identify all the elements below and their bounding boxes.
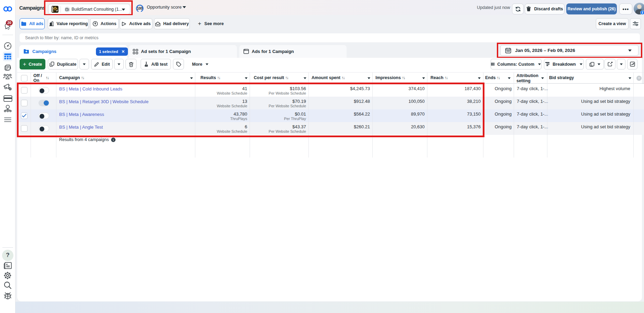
svg-text:100: 100 [137, 7, 143, 10]
